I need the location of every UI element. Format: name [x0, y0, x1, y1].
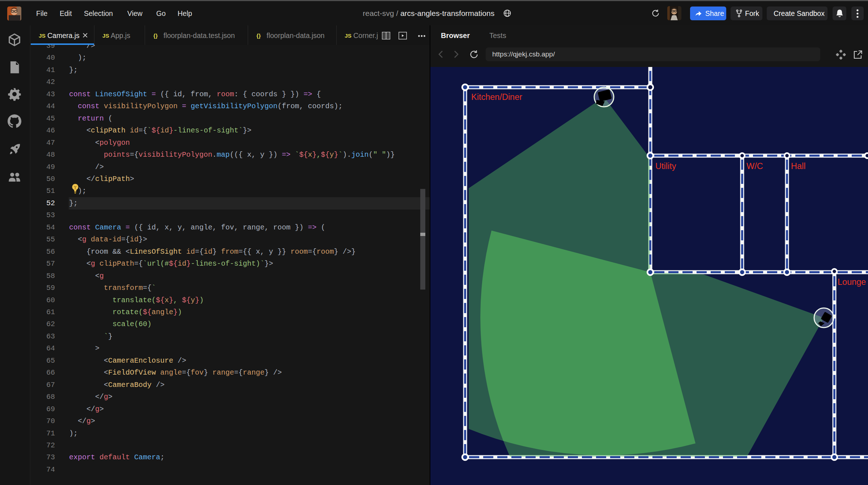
svg-text:Utility: Utility [655, 161, 676, 171]
svg-text:Hall: Hall [791, 161, 805, 171]
svg-text:Lounge: Lounge [838, 277, 866, 287]
svg-text:Kitchen/Diner: Kitchen/Diner [471, 92, 522, 102]
svg-text:W/C: W/C [746, 161, 763, 171]
